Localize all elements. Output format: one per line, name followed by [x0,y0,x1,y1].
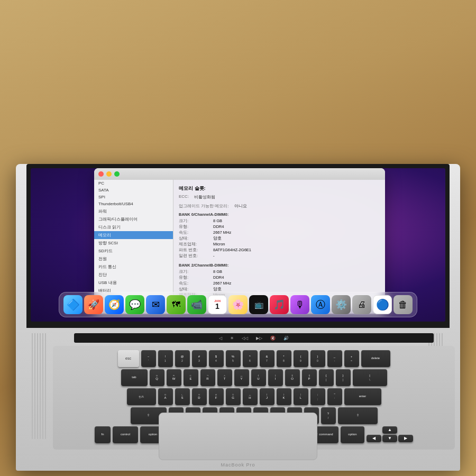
key-bracket-r[interactable]: }] [336,369,351,386]
key-1[interactable]: !1 [158,350,173,367]
key-4[interactable]: $4 [209,350,224,367]
sidebar-item-diag[interactable]: 진단 [94,271,173,279]
key-6[interactable]: ^6 [243,350,258,367]
tb-rewind-icon[interactable]: ◁◁ [242,336,248,341]
sidebar-item-fullpower[interactable]: 전원 [94,255,173,263]
key-enter[interactable]: enter [344,388,381,405]
key-t[interactable]: ㅅT [217,369,232,386]
key-u[interactable]: ㅕU [251,369,266,386]
key-a[interactable]: ㅁA [158,388,173,405]
dock-icon-trash[interactable]: 🗑 [393,295,413,314]
key-backtick[interactable]: ~` [141,350,156,367]
dock-icon-systemprefs[interactable]: ⚙️ [332,295,351,314]
key-y[interactable]: ㅛY [234,369,249,386]
dock-icon-messages[interactable]: 💬 [125,295,144,314]
tb-volume-icon[interactable]: ▶▷ [256,336,262,341]
key-arrow-right[interactable]: ▶ [398,435,413,442]
key-shift-right[interactable]: ⇧ [338,407,378,424]
bank0-mfr-value: Micron [213,242,225,247]
sidebar-item-graphics[interactable]: 그래픽/디스플레이어 [94,215,173,223]
key-esc[interactable]: esc [118,350,139,367]
key-option-right[interactable]: option [341,426,364,443]
key-control[interactable]: control [113,426,138,443]
sidebar-item-sata[interactable]: SATA [94,187,173,194]
sidebar-item-scsi[interactable]: 방향 SCSI [94,239,173,247]
key-semicolon[interactable]: :; [310,388,325,405]
key-3[interactable]: #3 [192,350,207,367]
bank0-title: BANK 0/ChannelA-DIMM0: [179,212,380,217]
key-backslash[interactable]: |\ [353,369,387,386]
key-minus[interactable]: _- [327,350,342,367]
dock-icon-mail[interactable]: ✉ [146,295,165,314]
key-d[interactable]: ㅇD [192,388,207,405]
sidebar-item-sd[interactable]: SD카드 [94,247,173,255]
dock-icon-appstore[interactable]: Ⓐ [311,295,330,314]
key-w[interactable]: ㅈW [167,369,181,386]
dock-icon-chrome[interactable]: 🔵 [373,295,392,314]
bank1-speed-value: 2667 MHz [213,281,231,286]
key-equals[interactable]: += [344,350,359,367]
key-s[interactable]: ㄴS [175,388,190,405]
sidebar-item-usb[interactable]: USB 내용 [94,279,173,287]
key-fn[interactable]: fn [95,426,111,443]
ecc-value: 비활성화됨 [194,194,215,200]
key-p[interactable]: ㅔP [302,369,317,386]
key-i[interactable]: ㅑI [268,369,283,386]
dock-icon-safari[interactable]: 🧭 [105,295,124,314]
sidebar-item-pc[interactable]: PC [94,180,173,187]
key-slash[interactable]: ?/ [321,407,336,424]
sidebar-item-thunderbolt[interactable]: Thunderbolt/USB4 [94,200,173,207]
trackpad[interactable] [159,413,317,460]
key-r[interactable]: ㄱR [200,369,215,386]
tb-mute-icon[interactable]: 🔇 [270,336,276,341]
key-5[interactable]: %5 [226,350,241,367]
dock-icon-finder[interactable]: 🔷 [63,295,83,314]
key-2[interactable]: @2 [175,350,190,367]
close-button[interactable] [98,171,104,177]
dock-icon-podcasts[interactable]: 🎙 [290,295,309,314]
key-o[interactable]: ㅐO [285,369,300,386]
key-arrow-down[interactable]: ▼ [382,435,397,442]
dock-icon-photos[interactable]: 🌸 [228,295,248,314]
key-f[interactable]: ㄹF [209,388,224,405]
bank0-status-value: 양호 [213,236,222,241]
tb-volup-icon[interactable]: 🔊 [283,336,289,341]
dock-icon-maps[interactable]: 🗺 [167,295,186,314]
sidebar-item-power[interactable]: 파워 [94,207,173,215]
key-l[interactable]: ㅣL [294,388,308,405]
dock-icon-launchpad[interactable]: 🚀 [84,295,103,314]
key-capslock[interactable]: 한/A [127,388,156,405]
key-e[interactable]: ㄷE [184,369,198,386]
key-bracket-l[interactable]: {[ [319,369,334,386]
key-k[interactable]: ㅏK [277,388,291,405]
key-9[interactable]: (9 [294,350,308,367]
window-titlebar [94,168,385,180]
bank0-serial-label: 일련 번호: [179,253,210,259]
dock-icon-appletv[interactable]: 📺 [249,295,268,314]
key-8[interactable]: *8 [277,350,291,367]
key-delete[interactable]: delete [361,350,390,367]
sidebar-item-memory[interactable]: 메모리 [94,231,173,239]
key-0[interactable]: )0 [310,350,325,367]
key-q[interactable]: ㅂQ [150,369,164,386]
minimize-button[interactable] [106,171,112,177]
dock-icon-music[interactable]: 🎵 [270,295,289,314]
key-h[interactable]: ㅗH [243,388,258,405]
tb-brightness-icon[interactable]: ☀ [230,336,234,341]
sidebar-item-spi[interactable]: SPI [94,194,173,200]
maximize-button[interactable] [114,171,120,177]
key-arrow-up[interactable]: ▲ [382,426,397,434]
key-g[interactable]: ㅎG [226,388,241,405]
bank1-title: BANK 2/ChannelB-DIMM0: [179,263,380,268]
key-j[interactable]: ㅓJ [260,388,274,405]
sidebar-item-card[interactable]: 카드 통신 [94,263,173,271]
dock-icon-calendar[interactable]: JAN 1 [208,295,227,314]
dock-icon-facetime[interactable]: 📹 [187,295,206,314]
key-tab[interactable]: tab [121,369,148,386]
key-arrow-left[interactable]: ◀ [367,435,381,442]
key-7[interactable]: &7 [260,350,274,367]
sidebar-item-disk[interactable]: 디스크 읽기 [94,223,173,231]
key-quote[interactable]: "' [327,388,342,405]
tb-back-icon[interactable]: ◁ [219,336,222,341]
dock-icon-printer[interactable]: 🖨 [352,295,371,314]
